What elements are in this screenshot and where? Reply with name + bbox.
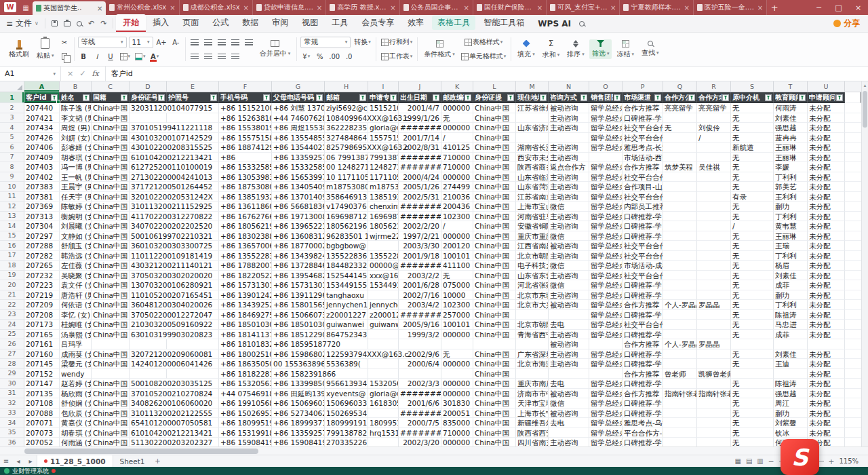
cell[interactable]: 未分配 <box>808 103 845 113</box>
cell[interactable]: 济南市市中 <box>516 389 549 399</box>
cell[interactable]: 169698712 <box>325 212 368 222</box>
close-icon[interactable]: × <box>757 4 763 12</box>
cell[interactable]: 未分配 <box>808 290 845 301</box>
cell[interactable]: 2002/2/20 <box>399 221 441 231</box>
file-tab[interactable]: 常州公积金.xlsx× <box>106 0 179 15</box>
cell[interactable]: 207383 <box>24 182 60 192</box>
row-header[interactable]: 8 <box>0 162 24 172</box>
increase-decimal-button[interactable]: .00 <box>328 51 341 62</box>
cell[interactable] <box>92 369 130 379</box>
column-header[interactable]: T <box>774 81 808 92</box>
cell[interactable]: 蒯玏 <box>774 290 808 301</box>
cell[interactable]: 留学总经办 <box>589 123 623 133</box>
cell[interactable]: China中国 <box>473 408 516 419</box>
cell[interactable]: China中国 <box>92 271 130 281</box>
header-cell[interactable]: 客户id <box>24 92 60 103</box>
cell[interactable]: 207288 <box>24 241 60 251</box>
column-header[interactable]: J <box>399 81 441 92</box>
cell[interactable]: ######## <box>399 212 441 222</box>
conditional-format-button[interactable]: 条件格式▾ <box>421 39 458 60</box>
header-cell[interactable]: 姓名 <box>60 92 92 103</box>
cell[interactable]: 指南针张老师 <box>697 389 731 399</box>
cell[interactable]: +86 15538019 <box>219 123 272 133</box>
cell[interactable]: 舒侦娴 (女 <box>60 398 92 408</box>
enter-icon[interactable]: ✓ <box>79 69 85 78</box>
cell[interactable]: 102300 <box>441 300 473 310</box>
cell[interactable]: 无 <box>731 271 774 281</box>
cell[interactable]: 180562196 <box>325 221 368 231</box>
cell[interactable]: 207426 <box>24 133 60 143</box>
cell[interactable]: +86 15332585 <box>219 162 272 172</box>
cell[interactable]: 未分配 <box>808 113 845 124</box>
cell[interactable]: 410125 <box>441 142 473 153</box>
file-menu[interactable]: ≡ 文件 ∨ <box>0 15 45 32</box>
cell[interactable]: 500108200203035125 <box>130 379 167 389</box>
cell[interactable]: 184482332 <box>325 261 368 271</box>
cell[interactable] <box>697 271 731 281</box>
cell[interactable]: China中国 <box>473 182 516 192</box>
cell[interactable]: 留学总经办 <box>589 231 623 242</box>
cell[interactable]: 汤泉熙 (女 <box>60 330 92 340</box>
wrap-text-button[interactable] <box>230 51 241 62</box>
row-header[interactable]: 22 <box>0 300 24 310</box>
cell[interactable]: China中国 <box>473 153 516 163</box>
cell[interactable]: 207381 <box>24 192 60 202</box>
cell[interactable]: China中国 <box>92 310 130 320</box>
cell[interactable]: China中国 <box>473 330 516 340</box>
cell[interactable]: 207052 <box>24 438 60 446</box>
cell[interactable]: 社交平台合作 <box>623 320 663 330</box>
cell[interactable]: +86 15263810 <box>219 113 272 124</box>
cell[interactable]: 2005/1/26 <box>399 182 441 192</box>
cell[interactable]: 主动咨询 <box>549 271 589 281</box>
cell[interactable]: ######## <box>399 310 441 320</box>
cell[interactable]: +86 13554855 <box>272 133 325 143</box>
cell[interactable]: +86 <box>219 153 272 163</box>
cell[interactable]: +86 13657006 <box>219 241 272 251</box>
insert-function-icon[interactable]: fx <box>92 69 98 78</box>
cell[interactable]: 无 <box>731 103 774 113</box>
cell[interactable]: 无 <box>731 153 774 163</box>
cell[interactable]: 亮亮留学 <box>663 103 697 113</box>
cell[interactable]: 去电 <box>549 320 589 330</box>
decrease-indent-button[interactable] <box>230 37 241 48</box>
cell[interactable]: China中国 <box>473 379 516 389</box>
cell[interactable]: 胡睿琪 (女 <box>60 153 92 163</box>
row-header[interactable]: 29 <box>0 369 24 379</box>
cell[interactable]: 文静如 (女 <box>60 231 92 242</box>
cell[interactable]: +86 1396522100 <box>272 221 325 231</box>
cell[interactable] <box>663 428 697 438</box>
cell[interactable]: 未分配 <box>808 212 845 222</box>
cell[interactable] <box>697 182 731 192</box>
cell[interactable]: China中国 <box>92 251 130 261</box>
cell[interactable]: 山东省济南 <box>516 123 549 133</box>
fill-button[interactable]: 填充▾ <box>515 39 538 60</box>
cell[interactable] <box>663 133 697 143</box>
cell[interactable]: +86 18056219 <box>219 221 272 231</box>
cell[interactable]: China中国 <box>473 192 516 202</box>
number-format-select[interactable]: 常规▾ <box>300 37 351 48</box>
cell[interactable]: 被动咨询 <box>549 339 589 349</box>
header-cell[interactable]: 国籍 <box>92 92 130 103</box>
cell[interactable]: 430102200208315525 <box>130 142 167 153</box>
cell[interactable]: 511302200203202327 <box>130 438 167 446</box>
cell[interactable]: 370502200012272047 <box>130 310 167 320</box>
header-cell[interactable]: 邮箱 <box>325 92 368 103</box>
save-icon[interactable] <box>52 20 58 26</box>
cell[interactable]: +86 13851932 <box>219 192 272 202</box>
next-sheet-icon[interactable]: ▸ <box>24 457 37 465</box>
cell[interactable]: 韩浩远 (女 <box>60 251 92 261</box>
cell[interactable] <box>399 369 441 379</box>
ribbon-tab[interactable]: 插入 <box>146 14 176 32</box>
cell[interactable]: China中国 <box>92 162 130 172</box>
cell[interactable] <box>473 339 516 349</box>
cell[interactable]: 周江 <box>774 398 808 408</box>
cell[interactable]: 雅思考点-长沙 <box>623 142 663 153</box>
file-tab[interactable]: 可风_支付宝+滴滴..× <box>547 0 620 15</box>
cell[interactable]: 2000/6/4 <box>399 359 441 369</box>
cell[interactable]: 无 <box>731 398 774 408</box>
cell[interactable]: 1999/3/2 <box>399 330 441 340</box>
row-header[interactable]: 31 <box>0 389 24 399</box>
cell[interactable]: 王丽琳 <box>774 153 808 163</box>
cell[interactable]: +86 15320563 <box>219 379 272 389</box>
cell[interactable]: 吕玛孚 <box>60 339 92 349</box>
